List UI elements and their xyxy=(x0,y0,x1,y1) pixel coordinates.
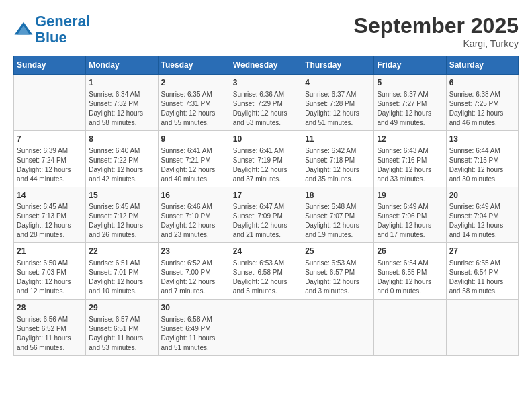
day-number: 27 xyxy=(449,246,515,257)
calendar-cell: 24Sunrise: 6:53 AM Sunset: 6:58 PM Dayli… xyxy=(230,243,302,300)
cell-info: Sunrise: 6:49 AM Sunset: 7:04 PM Dayligh… xyxy=(449,202,515,240)
calendar-cell xyxy=(230,300,302,356)
day-number: 11 xyxy=(305,134,371,145)
week-row-3: 14Sunrise: 6:45 AM Sunset: 7:13 PM Dayli… xyxy=(14,187,519,243)
cell-info: Sunrise: 6:39 AM Sunset: 7:24 PM Dayligh… xyxy=(17,146,83,184)
calendar-cell: 27Sunrise: 6:55 AM Sunset: 6:54 PM Dayli… xyxy=(446,243,518,300)
calendar-cell: 9Sunrise: 6:41 AM Sunset: 7:21 PM Daylig… xyxy=(158,130,230,187)
calendar-cell xyxy=(14,75,86,131)
cell-info: Sunrise: 6:34 AM Sunset: 7:32 PM Dayligh… xyxy=(89,90,154,128)
week-row-2: 7Sunrise: 6:39 AM Sunset: 7:24 PM Daylig… xyxy=(14,130,519,187)
day-number: 28 xyxy=(17,302,83,314)
day-number: 12 xyxy=(377,134,443,145)
day-number: 8 xyxy=(89,134,154,145)
day-header-sunday: Sunday xyxy=(14,56,86,75)
location: Kargi, Turkey xyxy=(354,38,519,49)
day-number: 30 xyxy=(161,302,227,314)
cell-info: Sunrise: 6:54 AM Sunset: 6:55 PM Dayligh… xyxy=(377,259,443,296)
cell-info: Sunrise: 6:47 AM Sunset: 7:09 PM Dayligh… xyxy=(233,202,299,240)
cell-info: Sunrise: 6:37 AM Sunset: 7:27 PM Dayligh… xyxy=(377,90,443,128)
calendar-cell: 18Sunrise: 6:48 AM Sunset: 7:07 PM Dayli… xyxy=(302,187,374,243)
cell-info: Sunrise: 6:41 AM Sunset: 7:19 PM Dayligh… xyxy=(233,146,299,184)
month-title: September 2025 xyxy=(354,13,519,38)
day-number: 18 xyxy=(305,190,371,201)
day-header-thursday: Thursday xyxy=(302,56,374,75)
calendar-cell: 19Sunrise: 6:49 AM Sunset: 7:06 PM Dayli… xyxy=(374,187,446,243)
calendar-cell: 28Sunrise: 6:56 AM Sunset: 6:52 PM Dayli… xyxy=(14,300,86,356)
logo-icon xyxy=(13,19,34,40)
cell-info: Sunrise: 6:52 AM Sunset: 7:00 PM Dayligh… xyxy=(161,259,227,296)
day-number: 10 xyxy=(233,134,299,145)
calendar-cell: 23Sunrise: 6:52 AM Sunset: 7:00 PM Dayli… xyxy=(158,243,230,300)
cell-info: Sunrise: 6:56 AM Sunset: 6:52 PM Dayligh… xyxy=(17,315,83,353)
calendar-cell xyxy=(374,300,446,356)
calendar-cell: 17Sunrise: 6:47 AM Sunset: 7:09 PM Dayli… xyxy=(230,187,302,243)
cell-info: Sunrise: 6:38 AM Sunset: 7:25 PM Dayligh… xyxy=(449,90,515,128)
day-number: 20 xyxy=(449,190,515,201)
cell-info: Sunrise: 6:57 AM Sunset: 6:51 PM Dayligh… xyxy=(89,315,154,353)
day-number: 26 xyxy=(377,246,443,257)
day-number: 3 xyxy=(233,77,299,89)
day-number: 14 xyxy=(17,190,83,201)
calendar-cell: 8Sunrise: 6:40 AM Sunset: 7:22 PM Daylig… xyxy=(86,130,158,187)
calendar-cell: 29Sunrise: 6:57 AM Sunset: 6:51 PM Dayli… xyxy=(86,300,158,356)
calendar-cell xyxy=(302,300,374,356)
cell-info: Sunrise: 6:37 AM Sunset: 7:28 PM Dayligh… xyxy=(305,90,371,128)
day-number: 7 xyxy=(17,134,83,145)
logo: General Blue xyxy=(13,13,90,46)
cell-info: Sunrise: 6:45 AM Sunset: 7:12 PM Dayligh… xyxy=(89,202,154,240)
day-number: 29 xyxy=(89,302,154,314)
calendar-cell: 14Sunrise: 6:45 AM Sunset: 7:13 PM Dayli… xyxy=(14,187,86,243)
calendar-cell: 6Sunrise: 6:38 AM Sunset: 7:25 PM Daylig… xyxy=(446,75,518,131)
calendar-cell: 10Sunrise: 6:41 AM Sunset: 7:19 PM Dayli… xyxy=(230,130,302,187)
cell-info: Sunrise: 6:53 AM Sunset: 6:58 PM Dayligh… xyxy=(233,259,299,296)
cell-info: Sunrise: 6:40 AM Sunset: 7:22 PM Dayligh… xyxy=(89,146,154,184)
cell-info: Sunrise: 6:41 AM Sunset: 7:21 PM Dayligh… xyxy=(161,146,227,184)
calendar-cell: 4Sunrise: 6:37 AM Sunset: 7:28 PM Daylig… xyxy=(302,75,374,131)
week-row-1: 1Sunrise: 6:34 AM Sunset: 7:32 PM Daylig… xyxy=(14,75,519,131)
day-header-wednesday: Wednesday xyxy=(230,56,302,75)
day-number: 1 xyxy=(89,77,154,89)
day-number: 25 xyxy=(305,246,371,257)
calendar-cell xyxy=(446,300,518,356)
cell-info: Sunrise: 6:51 AM Sunset: 7:01 PM Dayligh… xyxy=(89,259,154,296)
day-number: 22 xyxy=(89,246,154,257)
calendar-cell: 15Sunrise: 6:45 AM Sunset: 7:12 PM Dayli… xyxy=(86,187,158,243)
day-number: 4 xyxy=(305,77,371,89)
week-row-5: 28Sunrise: 6:56 AM Sunset: 6:52 PM Dayli… xyxy=(14,300,519,356)
calendar-cell: 2Sunrise: 6:35 AM Sunset: 7:31 PM Daylig… xyxy=(158,75,230,131)
header-row: SundayMondayTuesdayWednesdayThursdayFrid… xyxy=(14,56,519,75)
day-header-monday: Monday xyxy=(86,56,158,75)
day-number: 15 xyxy=(89,190,154,201)
cell-info: Sunrise: 6:35 AM Sunset: 7:31 PM Dayligh… xyxy=(161,90,227,128)
cell-info: Sunrise: 6:50 AM Sunset: 7:03 PM Dayligh… xyxy=(17,259,83,296)
calendar-cell: 7Sunrise: 6:39 AM Sunset: 7:24 PM Daylig… xyxy=(14,130,86,187)
day-header-friday: Friday xyxy=(374,56,446,75)
day-number: 9 xyxy=(161,134,227,145)
day-number: 16 xyxy=(161,190,227,201)
day-number: 13 xyxy=(449,134,515,145)
cell-info: Sunrise: 6:45 AM Sunset: 7:13 PM Dayligh… xyxy=(17,202,83,240)
calendar-cell: 12Sunrise: 6:43 AM Sunset: 7:16 PM Dayli… xyxy=(374,130,446,187)
day-header-saturday: Saturday xyxy=(446,56,518,75)
calendar-cell: 26Sunrise: 6:54 AM Sunset: 6:55 PM Dayli… xyxy=(374,243,446,300)
calendar-cell: 3Sunrise: 6:36 AM Sunset: 7:29 PM Daylig… xyxy=(230,75,302,131)
calendar-cell: 5Sunrise: 6:37 AM Sunset: 7:27 PM Daylig… xyxy=(374,75,446,131)
day-number: 24 xyxy=(233,246,299,257)
cell-info: Sunrise: 6:36 AM Sunset: 7:29 PM Dayligh… xyxy=(233,90,299,128)
calendar-cell: 20Sunrise: 6:49 AM Sunset: 7:04 PM Dayli… xyxy=(446,187,518,243)
calendar-cell: 25Sunrise: 6:53 AM Sunset: 6:57 PM Dayli… xyxy=(302,243,374,300)
day-number: 21 xyxy=(17,246,83,257)
header: General Blue September 2025 Kargi, Turke… xyxy=(13,13,519,49)
title-block: September 2025 Kargi, Turkey xyxy=(354,13,519,49)
day-number: 19 xyxy=(377,190,443,201)
cell-info: Sunrise: 6:48 AM Sunset: 7:07 PM Dayligh… xyxy=(305,202,371,240)
calendar-cell: 30Sunrise: 6:58 AM Sunset: 6:49 PM Dayli… xyxy=(158,300,230,356)
calendar-cell: 21Sunrise: 6:50 AM Sunset: 7:03 PM Dayli… xyxy=(14,243,86,300)
cell-info: Sunrise: 6:55 AM Sunset: 6:54 PM Dayligh… xyxy=(449,259,515,296)
cell-info: Sunrise: 6:58 AM Sunset: 6:49 PM Dayligh… xyxy=(161,315,227,353)
day-number: 5 xyxy=(377,77,443,89)
calendar-cell: 11Sunrise: 6:42 AM Sunset: 7:18 PM Dayli… xyxy=(302,130,374,187)
calendar-cell: 16Sunrise: 6:46 AM Sunset: 7:10 PM Dayli… xyxy=(158,187,230,243)
cell-info: Sunrise: 6:42 AM Sunset: 7:18 PM Dayligh… xyxy=(305,146,371,184)
